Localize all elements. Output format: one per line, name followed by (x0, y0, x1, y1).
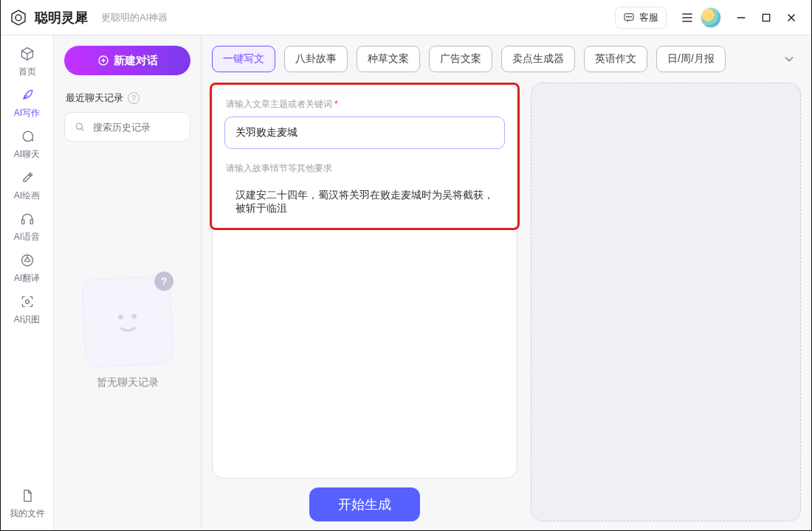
recent-heading: 最近聊天记录 ? (66, 91, 189, 105)
svg-rect-8 (21, 220, 24, 224)
chip-onekey-write[interactable]: 一键写文 (212, 46, 275, 72)
brand-slogan: 更聪明的AI神器 (101, 11, 168, 24)
speech-icon (623, 12, 635, 24)
feather-icon (19, 87, 35, 103)
brand-name: 聪明灵犀 (35, 9, 88, 27)
empty-state: ? 暂无聊天记录 (64, 142, 190, 524)
nav-item-home[interactable]: 首页 (1, 41, 53, 83)
svg-point-15 (131, 313, 137, 319)
output-panel (531, 83, 801, 521)
chip-seeding-copy[interactable]: 种草文案 (357, 46, 420, 72)
avatar[interactable] (701, 7, 721, 28)
support-button[interactable]: 客服 (615, 7, 667, 29)
window-close-icon[interactable] (779, 7, 804, 29)
new-chat-button[interactable]: 新建对话 (64, 46, 190, 75)
nav-item-files[interactable]: 我的文件 (1, 483, 53, 524)
nav-item-paint[interactable]: AI绘画 (1, 165, 53, 206)
sidebar: 新建对话 最近聊天记录 ? ? (54, 35, 202, 530)
translate-icon (19, 252, 35, 268)
nav-label: AI绘画 (14, 190, 40, 202)
brand-logo-icon (8, 7, 29, 28)
plus-icon (97, 55, 109, 66)
chat-icon (19, 128, 35, 145)
nav-label: AI翻译 (14, 272, 40, 285)
support-label: 客服 (639, 11, 658, 24)
svg-point-5 (630, 16, 631, 17)
nav-label: 我的文件 (10, 507, 45, 520)
search-icon (74, 121, 86, 133)
nav-label: AI语音 (14, 231, 40, 243)
empty-illustration: ? (80, 274, 173, 367)
new-chat-label: 新建对话 (114, 54, 158, 68)
chip-ad-copy[interactable]: 广告文案 (429, 46, 492, 72)
cube-icon (19, 46, 35, 62)
nav-item-write[interactable]: AI写作 (1, 83, 53, 124)
main: 一键写文 八卦故事 种草文案 广告文案 卖点生成器 英语作文 日/周/月报 请输… (202, 35, 811, 530)
generate-button[interactable]: 开始生成 (309, 487, 420, 521)
svg-point-14 (118, 314, 123, 319)
nav-label: AI识图 (14, 313, 40, 326)
topic-label-text: 请输入文章主题或者关键词 (226, 99, 332, 109)
generate-label: 开始生成 (338, 497, 391, 512)
chip-label: 日/周/月报 (667, 52, 715, 66)
nav-item-translate[interactable]: AI翻译 (1, 248, 53, 289)
nav-label: AI写作 (14, 107, 40, 119)
search-box[interactable] (64, 112, 190, 142)
nav-item-chat[interactable]: AI聊天 (1, 124, 53, 165)
nav-item-ocr[interactable]: AI识图 (1, 289, 53, 330)
svg-point-1 (16, 15, 21, 21)
nav-label: 首页 (18, 66, 36, 78)
nav-item-voice[interactable]: AI语音 (1, 206, 53, 248)
chip-english-essay[interactable]: 英语作文 (584, 46, 647, 72)
svg-point-13 (76, 123, 82, 129)
empty-text: 暂无聊天记录 (97, 376, 159, 389)
nav-label: AI聊天 (14, 148, 40, 161)
template-chips: 一键写文 八卦故事 种草文案 广告文案 卖点生成器 英语作文 日/周/月报 (202, 35, 811, 77)
plot-label: 请输入故事情节等其他要求 (226, 162, 503, 175)
window-maximize-icon[interactable] (754, 7, 779, 29)
svg-rect-9 (30, 220, 32, 224)
svg-point-3 (627, 16, 627, 17)
brand: 聪明灵犀 更聪明的AI神器 (8, 7, 168, 28)
menu-icon[interactable] (674, 6, 701, 30)
chip-label: 种草文案 (368, 52, 409, 66)
headset-icon (19, 211, 35, 227)
brush-icon (19, 170, 35, 186)
chip-label: 英语作文 (595, 52, 636, 66)
chevron-down-icon[interactable] (777, 47, 801, 71)
scan-icon (19, 294, 35, 310)
chip-label: 一键写文 (223, 52, 264, 66)
titlebar: 聪明灵犀 更聪明的AI神器 客服 (1, 0, 811, 35)
form-card: 请输入文章主题或者关键词* 请输入故事情节等其他要求 汉建安二十四年，蜀汉将关羽… (212, 83, 517, 479)
recent-title: 最近聊天记录 (66, 91, 123, 105)
svg-point-11 (25, 300, 29, 304)
file-icon (19, 487, 35, 504)
chip-selling-points[interactable]: 卖点生成器 (501, 46, 575, 72)
search-input[interactable] (92, 121, 181, 133)
svg-marker-0 (12, 10, 25, 25)
chip-gossip-story[interactable]: 八卦故事 (284, 46, 348, 72)
window-minimize-icon[interactable] (729, 7, 754, 29)
left-nav: 首页 AI写作 AI聊天 (1, 35, 54, 530)
help-icon[interactable]: ? (128, 92, 140, 104)
plot-textarea[interactable]: 汉建安二十四年，蜀汉将关羽在败走麦城时为吴将截获，被斩于临沮 (224, 181, 505, 240)
chip-label: 八卦故事 (295, 52, 337, 66)
svg-rect-6 (763, 14, 769, 21)
form-column: 请输入文章主题或者关键词* 请输入故事情节等其他要求 汉建安二十四年，蜀汉将关羽… (212, 83, 517, 521)
topic-input[interactable] (224, 117, 505, 149)
chip-label: 广告文案 (440, 52, 481, 66)
chip-report[interactable]: 日/周/月报 (656, 46, 726, 72)
chip-label: 卖点生成器 (512, 52, 564, 66)
svg-point-4 (628, 16, 629, 17)
topic-label: 请输入文章主题或者关键词* (226, 98, 503, 111)
